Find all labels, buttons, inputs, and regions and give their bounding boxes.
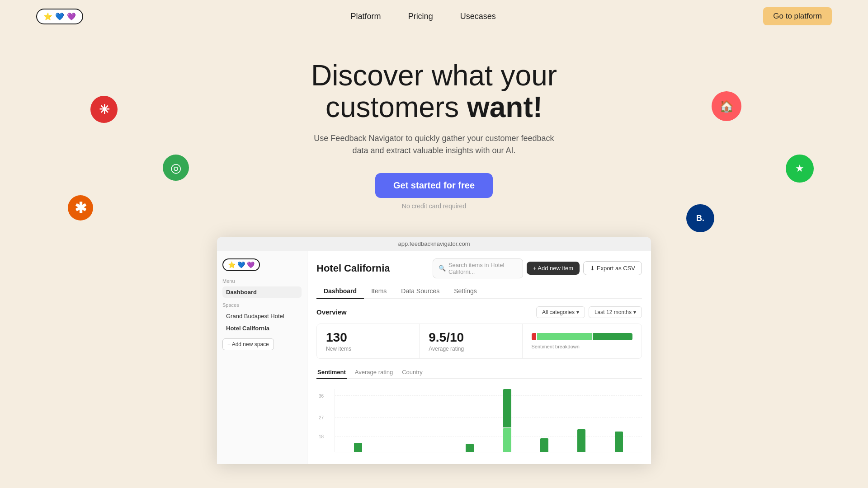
nav-links: Platform Pricing Usecases [351, 12, 496, 21]
bar-dark-6 [540, 438, 548, 452]
navbar: ⭐ 💙 💜 Platform Pricing Usecases Go to pl… [0, 0, 868, 33]
search-icon: 🔍 [439, 265, 446, 272]
logo-icon-2: 💙 [55, 12, 64, 21]
trustpilot-icon: ★ [786, 155, 814, 183]
new-items-label: New items [326, 346, 410, 352]
sidebar-logo-icon2: 💙 [237, 261, 245, 268]
bar-group-6 [540, 389, 548, 452]
hero-section: ✳ 🏠 ◎ ★ ✱ B. Discover what your customer… [0, 33, 868, 219]
bar-group-2 [392, 389, 400, 452]
timerange-filter[interactable]: Last 12 months ▾ [589, 306, 642, 318]
sidebar-spaces-label: Spaces [222, 302, 302, 308]
bar-dark-8 [615, 432, 623, 452]
export-csv-button[interactable]: ⬇ Export as CSV [583, 261, 642, 275]
chart-area: 36 27 18 [316, 385, 642, 457]
bar-dark [354, 443, 362, 452]
airbnb-icon: 🏠 [712, 91, 741, 121]
y-label-18: 18 [319, 434, 324, 439]
app-preview-wrapper: app.feedbacknavigator.com ⭐ 💙 💜 Menu Das… [0, 219, 868, 464]
no-credit-card-text: No credit card required [9, 202, 859, 210]
sidebar-item-hotel-california[interactable]: Hotel California [222, 323, 302, 334]
go-to-platform-button[interactable]: Go to platform [763, 7, 832, 25]
overview-filters: All categories ▾ Last 12 months ▾ [536, 306, 642, 318]
bar-dark-7 [577, 429, 585, 452]
main-actions: 🔍 Search items in Hotel Californi... + A… [433, 258, 642, 278]
bar-group-8 [615, 389, 623, 452]
chevron-down-icon-2: ▾ [633, 309, 636, 315]
bar-group-1 [354, 389, 362, 452]
main-tabs: Dashboard Items Data Sources Settings [316, 284, 642, 299]
sentiment-label: Sentiment breakdown [532, 344, 633, 349]
bars-container [335, 389, 642, 452]
yelp-icon: ✳ [90, 96, 118, 123]
add-new-item-button[interactable]: + Add new item [527, 262, 580, 275]
rating-number: 9.5/10 [429, 330, 513, 345]
stat-rating: 9.5/10 Average rating [420, 324, 522, 358]
bar-dark-4 [466, 444, 474, 452]
bar-group-4 [466, 389, 474, 452]
bar-group-7 [577, 389, 585, 452]
nav-platform[interactable]: Platform [351, 12, 381, 21]
y-label-36: 36 [319, 393, 324, 398]
nav-pricing[interactable]: Pricing [408, 12, 433, 21]
main-content: Hotel California 🔍 Search items in Hotel… [307, 251, 651, 464]
sentiment-positive-dark [593, 333, 632, 340]
sentiment-card: Sentiment breakdown [523, 324, 642, 358]
chart-tab-sentiment[interactable]: Sentiment [316, 366, 347, 379]
tab-items[interactable]: Items [364, 284, 394, 299]
bar-light-5 [503, 428, 511, 451]
y-label-27: 27 [319, 415, 324, 420]
add-space-button[interactable]: + Add new space [222, 338, 274, 350]
chart-inner: 36 27 18 [335, 389, 642, 452]
chart-tab-country[interactable]: Country [401, 366, 424, 379]
sidebar-logo: ⭐ 💙 💜 [222, 258, 260, 271]
logo-icon: ⭐ [43, 12, 52, 21]
app-url-bar: app.feedbacknavigator.com [217, 237, 651, 251]
sentiment-bar [532, 333, 633, 340]
chevron-down-icon: ▾ [576, 309, 579, 315]
tab-data-sources[interactable]: Data Sources [394, 284, 447, 299]
rating-label: Average rating [429, 346, 513, 352]
nav-usecases[interactable]: Usecases [460, 12, 496, 21]
category-filter[interactable]: All categories ▾ [536, 306, 585, 318]
logo-icon-3: 💜 [67, 12, 76, 21]
app-preview: app.feedbacknavigator.com ⭐ 💙 💜 Menu Das… [217, 237, 651, 464]
timerange-filter-label: Last 12 months [594, 309, 632, 315]
sentiment-negative [532, 333, 537, 340]
app-body: ⭐ 💙 💜 Menu Dashboard Spaces Grand Budape… [217, 251, 651, 464]
sidebar: ⭐ 💙 💜 Menu Dashboard Spaces Grand Budape… [217, 251, 307, 464]
tab-dashboard[interactable]: Dashboard [316, 284, 364, 299]
overview-header: Overview All categories ▾ Last 12 months… [316, 306, 642, 318]
bar-group-5 [503, 389, 511, 452]
bar-dark-5 [503, 389, 511, 428]
overview-title: Overview [316, 308, 347, 316]
asterisk-icon: ✱ [68, 195, 93, 221]
booking-icon: B. [686, 204, 714, 232]
search-input[interactable]: 🔍 Search items in Hotel Californi... [433, 258, 523, 278]
sidebar-logo-icon3: 💜 [247, 261, 255, 268]
logo[interactable]: ⭐ 💙 💜 [36, 9, 83, 24]
page-title: Hotel California [316, 263, 390, 274]
hero-subtext: Use Feedback Navigator to quickly gather… [307, 132, 561, 157]
sentiment-positive-light [537, 333, 592, 340]
get-started-button[interactable]: Get started for free [375, 173, 493, 198]
chart-tab-avg-rating[interactable]: Average rating [354, 366, 394, 379]
stats-row: 130 New items 9.5/10 Average rating S [316, 324, 642, 359]
tripadvisor-icon: ◎ [163, 155, 189, 181]
new-items-number: 130 [326, 330, 410, 345]
sidebar-menu-label: Menu [222, 278, 302, 284]
sidebar-item-grand-budapest[interactable]: Grand Budapest Hotel [222, 310, 302, 322]
category-filter-label: All categories [542, 309, 575, 315]
bar-group-3 [429, 389, 437, 452]
stat-new-items: 130 New items [317, 324, 420, 358]
sidebar-item-dashboard[interactable]: Dashboard [222, 286, 302, 298]
main-header: Hotel California 🔍 Search items in Hotel… [316, 258, 642, 278]
search-placeholder: Search items in Hotel Californi... [448, 262, 517, 275]
tab-settings[interactable]: Settings [447, 284, 484, 299]
sidebar-logo-icon: ⭐ [228, 261, 236, 268]
chart-tabs: Sentiment Average rating Country [316, 366, 642, 379]
